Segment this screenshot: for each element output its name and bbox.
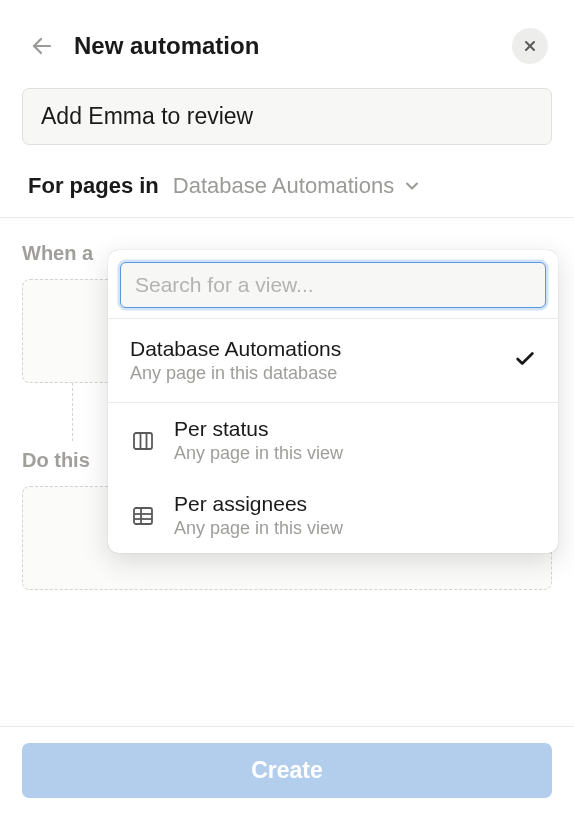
option-title: Database Automations	[130, 337, 496, 361]
page-title: New automation	[74, 32, 494, 60]
dropdown-option-per-assignees[interactable]: Per assignees Any page in this view	[108, 478, 558, 553]
dropdown-option-per-status[interactable]: Per status Any page in this view	[108, 403, 558, 478]
board-icon	[130, 428, 156, 454]
dropdown-option-database-automations[interactable]: Database Automations Any page in this da…	[108, 319, 558, 402]
connector-line	[72, 383, 74, 441]
svg-rect-3	[134, 433, 152, 449]
svg-rect-6	[134, 508, 152, 524]
option-title: Per status	[174, 417, 536, 441]
view-selector-dropdown: Database Automations Any page in this da…	[108, 250, 558, 553]
option-subtitle: Any page in this database	[130, 363, 496, 384]
database-selector-label: Database Automations	[173, 173, 394, 199]
automation-name-input[interactable]	[22, 88, 552, 145]
arrow-left-icon	[30, 34, 54, 58]
close-icon	[522, 38, 538, 54]
for-pages-label: For pages in	[28, 173, 159, 199]
back-button[interactable]	[28, 32, 56, 60]
search-input[interactable]	[120, 262, 546, 308]
check-icon	[514, 348, 536, 374]
database-selector[interactable]: Database Automations	[173, 173, 422, 199]
close-button[interactable]	[512, 28, 548, 64]
option-subtitle: Any page in this view	[174, 518, 536, 539]
table-icon	[130, 503, 156, 529]
chevron-down-icon	[402, 176, 422, 196]
option-subtitle: Any page in this view	[174, 443, 536, 464]
option-title: Per assignees	[174, 492, 536, 516]
create-button[interactable]: Create	[22, 743, 552, 798]
